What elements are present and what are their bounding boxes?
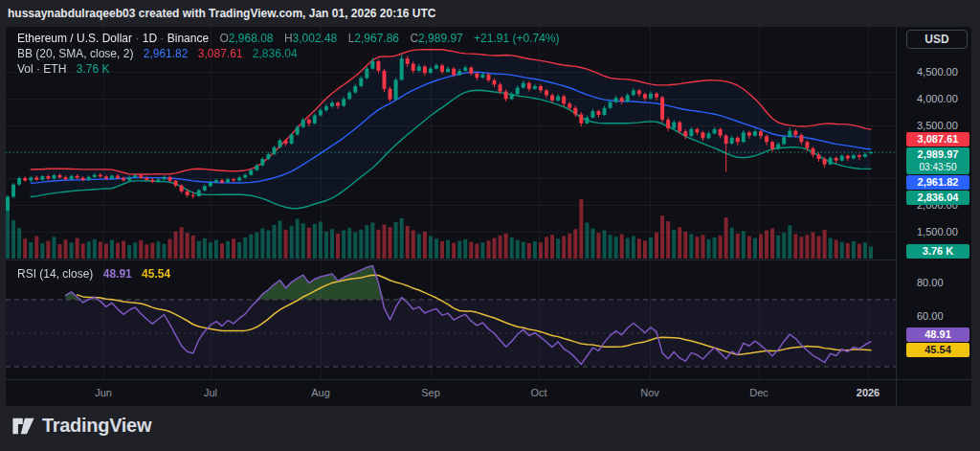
bb-upper-value: 3,087.61	[198, 47, 243, 60]
time-axis[interactable]: JunJulAugSepOctNovDec2026	[6, 379, 971, 406]
separator-dot: ·	[135, 32, 139, 45]
tradingview-logo[interactable]: TradingView	[11, 415, 151, 437]
volume-value: 3.76 K	[77, 62, 110, 76]
rsi-axis-tick: 60.00	[917, 309, 944, 323]
open-label: O	[219, 32, 228, 45]
volume-legend-row[interactable]: Vol · ETH 3.76 K	[17, 61, 560, 77]
rsi-legend-row[interactable]: RSI (14, close) 48.91 45.54	[17, 266, 170, 282]
tradingview-logo-text: TradingView	[42, 415, 151, 437]
high-value: 3,002.48	[293, 32, 338, 45]
price-badge: 2,961.82	[906, 175, 969, 190]
exchange-label: Binance	[167, 32, 209, 45]
low-value: 2,967.86	[354, 32, 399, 45]
bb-label: BB (20, SMA, close, 2)	[17, 47, 133, 60]
rsi-badge: 45.54	[906, 343, 969, 357]
symbol-legend-row[interactable]: Ethereum / U.S. Dollar · 1D · Binance O2…	[17, 31, 560, 46]
time-axis-label-jun: Jun	[95, 387, 112, 398]
price-axis-tick: 4,500.00	[917, 65, 958, 79]
interval-label: 1D	[143, 32, 157, 45]
countdown-timer: 03:43:50	[906, 160, 969, 174]
currency-toggle-button[interactable]: USD	[906, 30, 968, 49]
time-axis-label-2026: 2026	[857, 387, 880, 398]
rsi-axis-tick: 80.00	[917, 276, 944, 289]
high-label: H	[284, 32, 293, 45]
bb-lower-value: 2,836.04	[253, 47, 298, 60]
price-chart-canvas[interactable]	[6, 27, 896, 379]
price-axis-tick: 4,000.00	[917, 92, 958, 105]
bb-basis-value: 2,961.82	[144, 47, 189, 60]
time-axis-label-nov: Nov	[640, 387, 659, 398]
main-chart-legend: Ethereum / U.S. Dollar · 1D · Binance O2…	[17, 31, 560, 77]
rsi-label: RSI (14, close)	[17, 267, 93, 281]
volume-label: Vol · ETH	[17, 62, 66, 76]
chart-widget: Ethereum / U.S. Dollar · 1D · Binance O2…	[6, 27, 971, 406]
rsi-value: 48.91	[103, 267, 132, 281]
price-axis[interactable]: USD 4,500.004,000.003,500.002,000.001,50…	[896, 27, 971, 406]
rsi-badge: 48.91	[906, 327, 969, 342]
close-value: 2,989.97	[418, 32, 463, 45]
attribution-text: hussaynabdulraqeeb03 created with Tradin…	[8, 7, 436, 20]
rsi-ma-value: 45.54	[142, 267, 170, 281]
time-axis-label-jul: Jul	[204, 387, 217, 398]
price-axis-tick: 3,500.00	[917, 119, 958, 132]
footer-bar: TradingView	[0, 406, 980, 451]
close-label: C	[410, 32, 418, 45]
time-axis-label-aug: Aug	[311, 387, 330, 398]
separator-dot: ·	[160, 32, 164, 45]
price-badge: 2,836.04	[906, 191, 969, 205]
tradingview-logo-icon	[11, 416, 35, 437]
bb-legend-row[interactable]: BB (20, SMA, close, 2) 2,961.82 3,087.61…	[17, 46, 560, 61]
change-value: +21.91 (+0.74%)	[474, 32, 559, 45]
tradingview-snapshot: hussaynabdulraqeeb03 created with Tradin…	[0, 0, 980, 451]
open-value: 2,968.08	[229, 32, 274, 45]
symbol-title: Ethereum / U.S. Dollar	[17, 32, 132, 45]
volume-badge: 3.76 K	[906, 244, 969, 259]
price-axis-tick: 1,500.00	[917, 225, 958, 238]
attribution-bar: hussaynabdulraqeeb03 created with Tradin…	[0, 0, 980, 27]
price-badge: 3,087.61	[906, 132, 969, 147]
currency-label: USD	[924, 33, 948, 46]
time-axis-label-dec: Dec	[749, 387, 768, 398]
time-axis-label-oct: Oct	[530, 387, 546, 398]
time-axis-label-sep: Sep	[421, 387, 440, 398]
price-badge: 2,989.9703:43:50	[906, 147, 969, 174]
